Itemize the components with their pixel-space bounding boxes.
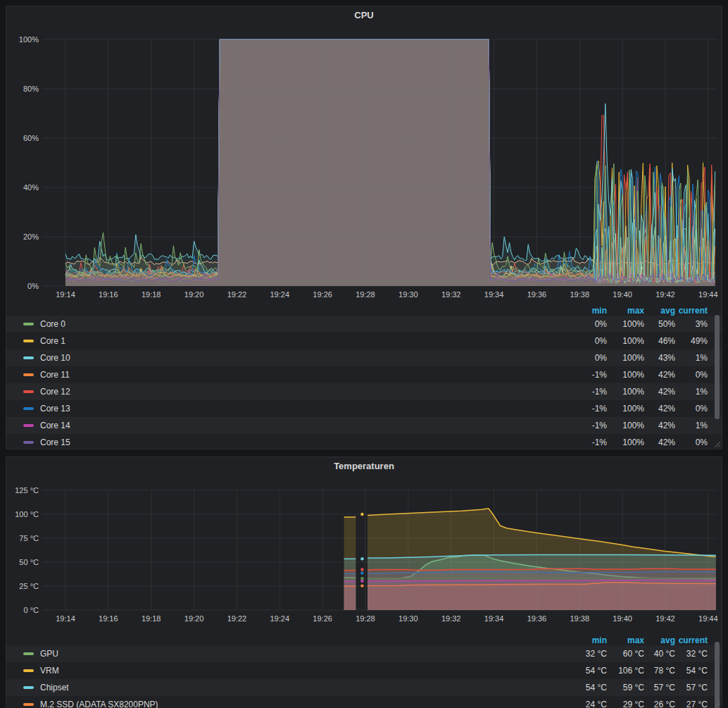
legend-series-label[interactable]: GPU [40, 649, 58, 659]
legend-row[interactable]: Core 10%100%46%49% [6, 333, 722, 349]
temperature-series-group [344, 509, 716, 610]
x-tick-label: 19:44 [698, 290, 718, 299]
legend-series-label[interactable]: Core 1 [40, 336, 65, 346]
legend-min-value: -1% [567, 404, 607, 414]
legend-row[interactable]: Chipset54 °C59 °C57 °C57 °C [6, 679, 722, 696]
x-tick-label: 19:18 [142, 614, 161, 623]
legend-current-value: 3% [675, 319, 708, 329]
series-color-marker [23, 373, 34, 376]
legend-current-value: 1% [675, 353, 708, 363]
x-tick-label: 19:26 [313, 614, 332, 623]
cpu-legend-header: min max avg current [6, 305, 722, 316]
legend-current-value: 27 °C [675, 700, 708, 708]
legend-row[interactable]: M.2 SSD (ADATA SX8200PNP)24 °C29 °C26 °C… [6, 696, 722, 708]
temperature-chart[interactable]: 0 °C25 °C50 °C75 °C100 °C125 °C19:1419:1… [6, 457, 722, 633]
temp-legend: min max avg current GPU32 °C60 °C40 °C32… [6, 635, 722, 708]
cpu-chart[interactable]: 0%20%40%60%80%100%19:1419:1619:1819:2019… [6, 6, 722, 305]
legend-current-value: 49% [675, 336, 708, 346]
legend-row[interactable]: Core 13-1%100%42%0% [6, 400, 722, 417]
legend-current-value: 0% [675, 404, 708, 414]
series-point-marker [360, 568, 363, 571]
series-color-marker [23, 390, 34, 393]
legend-max-value: 100% [607, 387, 644, 397]
y-tick-label: 40% [23, 183, 39, 192]
legend-avg-value: 42% [644, 421, 675, 430]
legend-max-value: 100% [607, 421, 644, 430]
legend-min-value: 24 °C [567, 700, 607, 708]
temp-panel-title[interactable]: Temperaturen [6, 457, 722, 476]
legend-header-min[interactable]: min [567, 635, 607, 645]
x-tick-label: 19:22 [227, 614, 247, 623]
x-tick-label: 19:36 [527, 290, 547, 299]
legend-avg-value: 26 °C [644, 700, 675, 708]
legend-avg-value: 78 °C [644, 666, 675, 676]
cpu-legend-scrollbar-thumb[interactable] [715, 315, 720, 419]
x-tick-label: 19:34 [484, 290, 504, 299]
legend-series-label[interactable]: Core 10 [40, 353, 70, 363]
y-tick-label: 25 °C [19, 582, 39, 590]
legend-series-label[interactable]: M.2 SSD (ADATA SX8200PNP) [40, 700, 158, 708]
x-tick-label: 19:28 [356, 290, 375, 299]
legend-header-current[interactable]: current [675, 306, 708, 316]
legend-header-avg[interactable]: avg [644, 635, 675, 645]
legend-series-label[interactable]: Core 13 [40, 404, 70, 414]
legend-avg-value: 46% [644, 336, 675, 346]
legend-series-label[interactable]: Core 14 [40, 421, 70, 430]
cpu-series-group [65, 39, 715, 286]
x-tick-label: 19:14 [56, 614, 75, 623]
legend-max-value: 100% [607, 404, 644, 414]
legend-row[interactable]: Core 14-1%100%42%1% [6, 417, 722, 434]
legend-header-avg[interactable]: avg [644, 306, 675, 316]
legend-row[interactable]: GPU32 °C60 °C40 °C32 °C [6, 645, 722, 662]
legend-series-label[interactable]: VRM [40, 666, 59, 676]
cpu-legend: min max avg current Core 00%100%50%3%Cor… [6, 305, 722, 449]
y-tick-label: 0% [27, 282, 39, 290]
y-tick-label: 50 °C [19, 558, 39, 566]
legend-avg-value: 42% [644, 437, 675, 447]
x-tick-label: 19:30 [398, 614, 418, 623]
legend-row[interactable]: VRM54 °C106 °C78 °C54 °C [6, 662, 722, 679]
legend-avg-value: 57 °C [644, 683, 675, 693]
legend-header-min[interactable]: min [567, 306, 607, 316]
temp-legend-rows: GPU32 °C60 °C40 °C32 °CVRM54 °C106 °C78 … [6, 645, 722, 708]
series-point-marker [360, 577, 363, 580]
legend-row[interactable]: Core 15-1%100%42%0% [6, 434, 722, 449]
temp-legend-scrollbar-thumb[interactable] [715, 642, 720, 708]
legend-max-value: 100% [607, 370, 644, 380]
series-color-marker [23, 686, 34, 689]
x-tick-label: 19:18 [142, 290, 161, 299]
legend-max-value: 29 °C [607, 700, 644, 708]
legend-header-max[interactable]: max [607, 635, 644, 645]
x-tick-label: 19:22 [227, 290, 247, 299]
series-color-marker [23, 441, 34, 444]
series-color-marker [23, 424, 34, 427]
legend-max-value: 100% [607, 437, 644, 447]
cpu-legend-rows: Core 00%100%50%3%Core 10%100%46%49%Core … [6, 316, 722, 449]
legend-row[interactable]: Core 12-1%100%42%1% [6, 383, 722, 400]
legend-series-label[interactable]: Core 11 [40, 370, 70, 380]
x-tick-label: 19:42 [655, 614, 675, 623]
legend-avg-value: 42% [644, 387, 675, 397]
legend-header-current[interactable]: current [675, 635, 708, 645]
legend-series-label[interactable]: Core 15 [40, 437, 70, 447]
legend-row[interactable]: Core 100%100%43%1% [6, 349, 722, 366]
legend-row[interactable]: Core 00%100%50%3% [6, 316, 722, 333]
series-point-marker [360, 557, 363, 560]
series-color-marker [23, 669, 34, 672]
legend-series-label[interactable]: Chipset [40, 683, 69, 693]
legend-avg-value: 50% [644, 319, 675, 329]
legend-max-value: 60 °C [607, 649, 644, 659]
legend-min-value: -1% [567, 370, 607, 380]
legend-min-value: 0% [567, 319, 607, 329]
legend-max-value: 100% [607, 319, 644, 329]
x-tick-label: 19:24 [270, 614, 290, 623]
series-fill [344, 581, 356, 610]
cpu-panel-title[interactable]: CPU [6, 6, 722, 25]
legend-min-value: -1% [567, 421, 607, 430]
panel-cpu: CPU 0%20%40%60%80%100%19:1419:1619:1819:… [6, 6, 722, 449]
legend-series-label[interactable]: Core 0 [40, 319, 65, 329]
legend-header-max[interactable]: max [607, 306, 644, 316]
legend-row[interactable]: Core 11-1%100%42%0% [6, 366, 722, 383]
x-tick-label: 19:20 [184, 290, 204, 299]
legend-series-label[interactable]: Core 12 [40, 387, 70, 397]
